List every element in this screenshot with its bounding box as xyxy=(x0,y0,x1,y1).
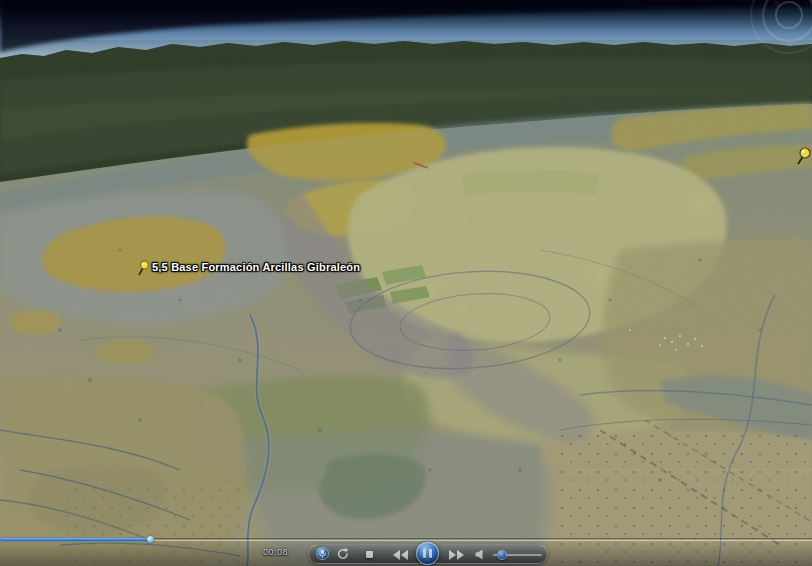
pause-icon xyxy=(423,549,426,558)
mute-button[interactable] xyxy=(475,549,485,560)
repeat-button[interactable] xyxy=(337,548,349,560)
pushpin-icon[interactable] xyxy=(794,146,812,166)
fast-forward-icon xyxy=(449,550,464,560)
placemark[interactable]: 5,5 Base Formación Arcillas Gibraleón xyxy=(136,260,360,276)
repeat-icon xyxy=(339,548,349,558)
earth-viewport[interactable]: 5,5 Base Formación Arcillas Gibraleón 00… xyxy=(0,0,812,566)
microphone-button[interactable] xyxy=(316,547,329,560)
elapsed-time: 00:08 xyxy=(263,547,288,557)
volume-slider-knob[interactable] xyxy=(497,550,507,560)
pushpin-icon[interactable] xyxy=(136,260,150,276)
rewind-button[interactable] xyxy=(393,550,409,560)
stop-button[interactable] xyxy=(366,551,373,558)
tour-player-bar xyxy=(308,544,548,564)
pause-button[interactable] xyxy=(416,542,439,565)
microphone-icon xyxy=(318,549,327,559)
tour-progress-played[interactable] xyxy=(0,538,152,541)
placemark-label[interactable]: 5,5 Base Formación Arcillas Gibraleón xyxy=(152,260,360,274)
speaker-icon xyxy=(476,550,483,560)
rewind-icon xyxy=(393,550,408,560)
fast-forward-button[interactable] xyxy=(448,550,464,560)
compass-rings-icon[interactable] xyxy=(741,0,812,63)
terrain-imagery xyxy=(0,0,812,566)
tour-progress-handle[interactable] xyxy=(147,536,154,543)
